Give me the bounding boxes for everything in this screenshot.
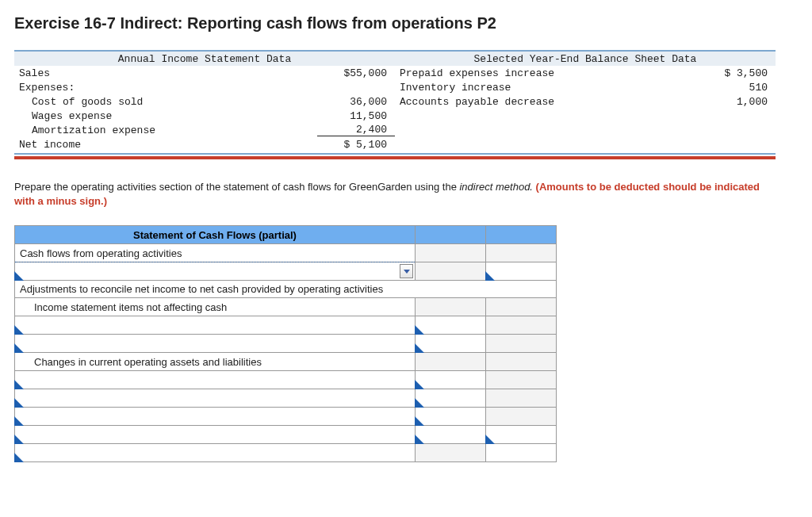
income-item-select-2[interactable] — [15, 335, 416, 353]
inventory-value: 510 — [698, 82, 776, 94]
income-header: Annual Income Statement Data — [14, 53, 395, 65]
change-item-select-2[interactable] — [15, 389, 416, 408]
change-item-select-1[interactable] — [15, 371, 416, 389]
instructions: Prepare the operating activities section… — [14, 180, 776, 208]
change-item-select-3[interactable] — [15, 408, 416, 426]
balance-header: Selected Year-End Balance Sheet Data — [395, 53, 776, 65]
sales-label: Sales — [14, 67, 317, 79]
wages-label: Wages expense — [14, 110, 317, 122]
data-tables: Annual Income Statement Data Sales$55,00… — [14, 50, 776, 155]
row-changes-label: Changes in current operating assets and … — [15, 353, 416, 371]
sales-value: $55,000 — [317, 67, 395, 79]
row-income-items-label: Income statement items not affecting cas… — [15, 298, 416, 316]
divider-bar — [14, 156, 776, 159]
net-income-amount-input[interactable] — [486, 262, 557, 281]
svg-marker-0 — [404, 270, 410, 274]
exercise-title: Exercise 16-7 Indirect: Reporting cash f… — [14, 14, 798, 33]
ap-label: Accounts payable decrease — [395, 96, 698, 108]
cogs-label: Cost of goods sold — [14, 96, 317, 108]
income-item-amount-1[interactable] — [416, 316, 486, 335]
amort-value: 2,400 — [317, 124, 395, 136]
row-cash-flows-label: Cash flows from operating activities — [15, 244, 416, 262]
income-item-amount-2[interactable] — [416, 335, 486, 353]
income-item-select-1[interactable] — [15, 316, 416, 335]
net-income-label: Net income — [14, 139, 317, 151]
net-income-value: $ 5,100 — [317, 139, 395, 151]
inventory-label: Inventory increase — [395, 82, 698, 94]
total-amount[interactable] — [486, 444, 557, 462]
subtotal-amount[interactable] — [486, 426, 557, 444]
change-item-amount-1[interactable] — [416, 371, 486, 389]
change-item-amount-4[interactable] — [416, 426, 486, 444]
change-item-amount-2[interactable] — [416, 389, 486, 408]
wages-value: 11,500 — [317, 110, 395, 122]
change-item-select-4[interactable] — [15, 426, 416, 444]
cash-flows-worksheet: Statement of Cash Flows (partial) Cash f… — [14, 225, 557, 462]
cell-handle-icon — [14, 271, 24, 281]
net-income-select[interactable] — [15, 262, 416, 281]
prepaid-value: $ 3,500 — [698, 67, 776, 79]
worksheet-title: Statement of Cash Flows (partial) — [15, 226, 416, 244]
prepaid-label: Prepaid expenses increase — [395, 67, 698, 79]
row-adjustments-label: Adjustments to reconcile net income to n… — [15, 281, 557, 298]
amort-label: Amortization expense — [14, 124, 317, 136]
dropdown-icon[interactable] — [400, 264, 413, 278]
expenses-label: Expenses: — [14, 82, 317, 94]
ap-value: 1,000 — [698, 96, 776, 108]
total-row-select[interactable] — [15, 444, 416, 462]
change-item-amount-3[interactable] — [416, 408, 486, 426]
cogs-value: 36,000 — [317, 96, 395, 108]
